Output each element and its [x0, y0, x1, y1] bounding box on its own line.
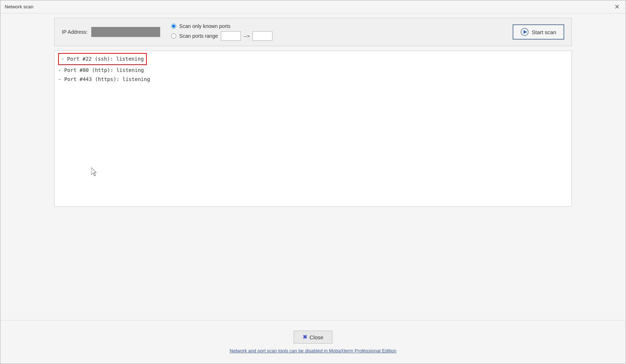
port-arrow: --> — [244, 33, 250, 39]
close-x-icon: ✖ — [303, 334, 307, 340]
window-title: Network scan — [5, 4, 33, 9]
start-scan-label: Start scan — [532, 29, 556, 35]
results-area[interactable]: - Port #22 (ssh): listening - Port #80 (… — [54, 50, 572, 207]
scan-range-radio[interactable] — [171, 33, 176, 39]
ip-address-label: IP Address: — [62, 29, 88, 35]
ip-address-input[interactable] — [91, 27, 160, 37]
scan-known-label: Scan only known ports — [179, 23, 230, 29]
close-dialog-label: Close — [310, 334, 323, 340]
footer-info-link[interactable]: Network and port scan tools can be disab… — [230, 348, 396, 353]
top-panel: IP Address: Scan only known ports Scan p… — [54, 18, 572, 46]
scan-range-label: Scan ports range — [179, 33, 218, 39]
result-row-0: - Port #22 (ssh): listening — [58, 53, 147, 65]
play-icon — [521, 28, 529, 36]
result-row-1: - Port #80 (http): listening — [58, 66, 568, 75]
title-bar: Network scan ✕ — [0, 0, 626, 13]
window-close-button[interactable]: ✕ — [613, 4, 621, 10]
start-scan-button[interactable]: Start scan — [513, 24, 564, 40]
result-row-2: - Port #443 (https): listening — [58, 75, 568, 84]
ip-section: IP Address: — [62, 27, 160, 37]
svg-marker-1 — [524, 30, 527, 34]
scan-options: Scan only known ports Scan ports range 1… — [171, 23, 272, 41]
close-dialog-button[interactable]: ✖ Close — [294, 331, 332, 344]
scan-known-radio[interactable] — [171, 24, 176, 29]
bottom-bar: ✖ Close Network and port scan tools can … — [0, 320, 626, 364]
scan-known-row: Scan only known ports — [171, 23, 272, 29]
port-from-input[interactable]: 1 — [221, 31, 241, 41]
scan-range-row: Scan ports range 1 --> 65535 — [171, 31, 272, 41]
network-scan-window: Network scan ✕ IP Address: Scan only kno… — [0, 0, 626, 364]
port-to-input[interactable]: 65535 — [253, 31, 272, 41]
